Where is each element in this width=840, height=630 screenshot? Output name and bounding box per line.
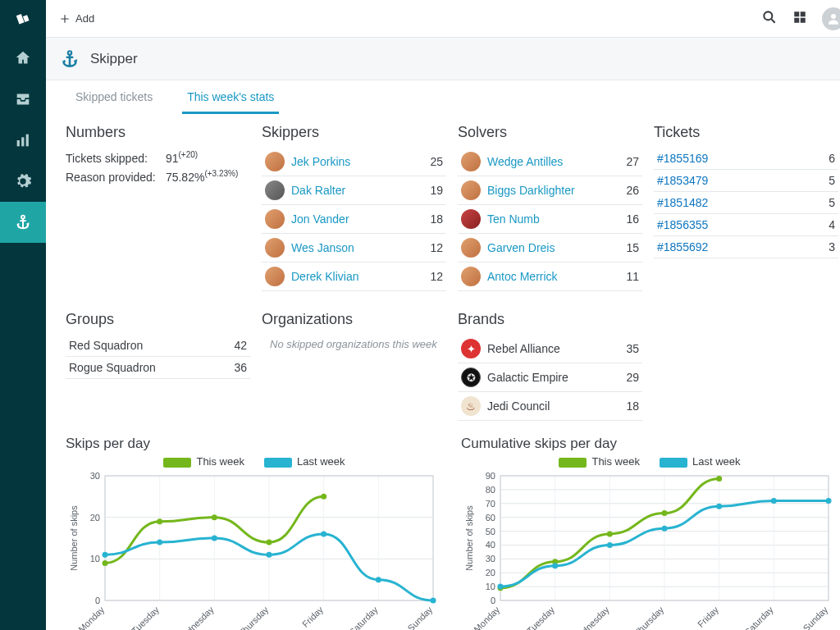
svg-text:30: 30 xyxy=(486,554,495,564)
svg-text:Number of skips: Number of skips xyxy=(464,505,474,571)
person-link[interactable]: Wedge Antilles xyxy=(487,155,563,168)
brand-name: Galactic Empire xyxy=(487,371,568,384)
user-avatar[interactable] xyxy=(822,7,840,30)
person-link[interactable]: Jek Porkins xyxy=(291,155,350,168)
list-item: Dak Ralter19 xyxy=(262,176,446,205)
page-title: Skipper xyxy=(90,51,138,67)
section-heading: Skippers xyxy=(262,124,446,141)
list-item: ✪Galactic Empire29 xyxy=(458,363,642,392)
chart-title: Skips per day xyxy=(66,436,443,452)
list-item: ✦Rebel Alliance35 xyxy=(458,335,642,363)
list-item: Ten Numb16 xyxy=(458,205,642,234)
apps-button[interactable] xyxy=(792,10,807,28)
nav-home[interactable] xyxy=(0,38,46,79)
svg-point-95 xyxy=(498,584,504,590)
ticket-link[interactable]: #1856355 xyxy=(657,218,708,231)
ticket-link[interactable]: #1851482 xyxy=(657,196,708,209)
legend-item: Last week xyxy=(264,455,345,468)
nav-reports[interactable] xyxy=(0,120,46,161)
svg-text:70: 70 xyxy=(486,499,495,509)
list-item: #18563554 xyxy=(654,214,838,236)
brand-logo xyxy=(0,0,46,38)
svg-point-101 xyxy=(826,498,832,504)
count: 18 xyxy=(422,212,443,226)
person-link[interactable]: Biggs Darklighter xyxy=(487,184,575,197)
bars-icon xyxy=(14,131,32,149)
count: 6 xyxy=(814,152,835,165)
count: 42 xyxy=(226,339,247,352)
count: 19 xyxy=(422,184,443,197)
svg-text:Saturday: Saturday xyxy=(347,605,380,630)
svg-text:Monday: Monday xyxy=(472,605,502,630)
svg-point-45 xyxy=(267,540,272,546)
svg-rect-0 xyxy=(16,14,25,25)
list-item: #18514825 xyxy=(654,192,838,214)
svg-point-44 xyxy=(212,514,217,520)
orgs-section: Organizations No skipped organizations t… xyxy=(262,306,446,421)
person-link[interactable]: Dak Ralter xyxy=(291,184,345,197)
person-link[interactable]: Ten Numb xyxy=(487,212,540,226)
count: 12 xyxy=(422,270,443,283)
svg-text:Sunday: Sunday xyxy=(406,605,435,630)
svg-text:Friday: Friday xyxy=(696,605,720,629)
search-button[interactable] xyxy=(761,9,778,29)
ticket-link[interactable]: #1855692 xyxy=(657,240,708,253)
svg-text:90: 90 xyxy=(486,471,495,481)
chart-title: Cumulative skips per day xyxy=(461,436,838,452)
svg-point-92 xyxy=(607,531,613,536)
nav-settings[interactable] xyxy=(0,161,46,202)
gear-icon xyxy=(14,172,32,190)
ticket-link[interactable]: #1855169 xyxy=(657,152,708,165)
section-heading: Tickets xyxy=(654,124,838,141)
person-link[interactable]: Antoc Merrick xyxy=(487,270,558,283)
avatar xyxy=(265,152,285,171)
svg-text:Saturday: Saturday xyxy=(742,605,775,630)
svg-text:Thursday: Thursday xyxy=(632,605,666,630)
svg-line-9 xyxy=(772,19,775,22)
tab-1[interactable]: This week's stats xyxy=(182,80,279,114)
svg-point-8 xyxy=(764,11,772,20)
list-item: Jon Vander18 xyxy=(262,205,446,234)
svg-text:60: 60 xyxy=(486,513,495,523)
person-link[interactable]: Wes Janson xyxy=(291,241,354,254)
ticket-link[interactable]: #1853479 xyxy=(657,174,708,187)
section-heading: Groups xyxy=(66,311,250,328)
count: 12 xyxy=(422,241,443,254)
list-item: Derek Klivian12 xyxy=(262,262,446,291)
person-link[interactable]: Derek Klivian xyxy=(291,270,358,283)
section-heading: Solvers xyxy=(458,124,642,141)
svg-point-15 xyxy=(68,51,71,54)
svg-point-97 xyxy=(607,542,613,548)
nav-skipper[interactable] xyxy=(0,202,46,243)
person-link[interactable]: Jon Vander xyxy=(291,212,349,226)
nav-inbox[interactable] xyxy=(0,79,46,120)
avatar xyxy=(265,209,285,229)
tab-0[interactable]: Skipped tickets xyxy=(71,80,158,114)
svg-point-94 xyxy=(716,476,722,482)
list-item: #18534795 xyxy=(654,170,838,192)
add-button[interactable]: Add xyxy=(59,12,94,25)
kv-value: 75.82%(+3.23%) xyxy=(166,171,238,184)
svg-text:10: 10 xyxy=(486,582,495,591)
brands-section: Brands ✦Rebel Alliance35✪Galactic Empire… xyxy=(458,306,642,421)
chart: Cumulative skips per dayThis weekLast we… xyxy=(461,436,838,630)
person-link[interactable]: Garven Dreis xyxy=(487,241,555,254)
svg-point-47 xyxy=(103,552,108,558)
chart-legend: This weekLast week xyxy=(66,455,443,468)
brand-name: Rebel Alliance xyxy=(487,342,560,355)
svg-rect-3 xyxy=(21,137,24,146)
list-item: Antoc Merrick11 xyxy=(458,262,642,291)
svg-text:10: 10 xyxy=(90,554,100,564)
svg-rect-13 xyxy=(801,17,806,22)
plus-icon xyxy=(59,13,71,25)
section-heading: Organizations xyxy=(262,311,446,328)
list-item: Jek Porkins25 xyxy=(262,148,446,176)
kv-label: Reason provided: xyxy=(66,171,162,184)
svg-point-43 xyxy=(157,518,162,524)
svg-text:Tuesday: Tuesday xyxy=(130,605,161,630)
svg-point-52 xyxy=(376,577,381,582)
svg-text:Friday: Friday xyxy=(300,605,325,629)
count: 36 xyxy=(226,361,247,374)
kv-label: Tickets skipped: xyxy=(66,152,162,165)
groups-section: Groups Red Squadron42Rogue Squadron36 xyxy=(66,306,250,421)
